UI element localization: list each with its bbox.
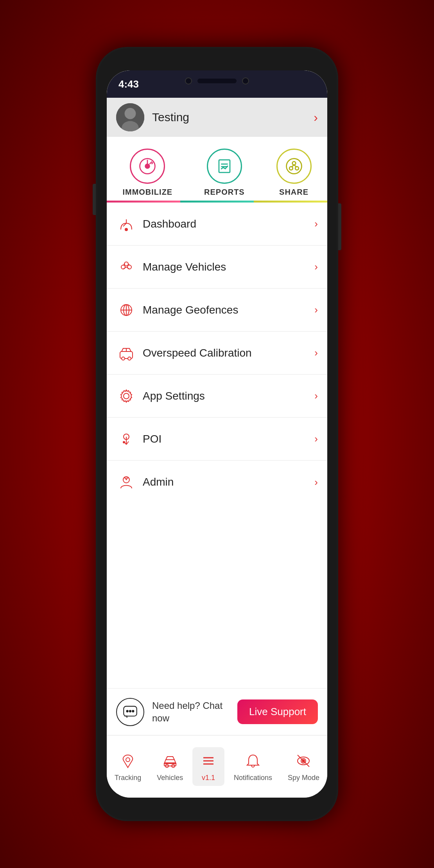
live-support-button[interactable]: Live Support xyxy=(237,699,318,724)
svg-point-31 xyxy=(122,357,125,360)
poi-icon xyxy=(116,429,136,449)
share-circle xyxy=(276,149,312,184)
action-immobilize[interactable]: IMMOBILIZE xyxy=(122,149,172,197)
nav-item-vehicles[interactable]: Vehicles xyxy=(151,747,189,786)
status-time: 4:43 xyxy=(118,78,139,90)
app-settings-icon xyxy=(116,386,136,406)
poi-label: POI xyxy=(143,433,314,445)
chat-help-text: Need help? Chat now xyxy=(152,699,230,724)
nav-item-tracking[interactable]: Tracking xyxy=(108,747,147,786)
svg-marker-41 xyxy=(126,477,127,479)
admin-chevron: › xyxy=(314,476,318,488)
app-settings-label: App Settings xyxy=(143,390,314,402)
svg-point-46 xyxy=(126,758,130,762)
svg-line-23 xyxy=(128,264,129,265)
camera-area xyxy=(185,77,249,84)
action-reports[interactable]: REPORTS xyxy=(204,149,245,197)
svg-point-39 xyxy=(123,441,125,443)
svg-point-11 xyxy=(286,159,301,174)
menu-version-label: v1.1 xyxy=(202,774,215,782)
quick-actions-row: IMMOBILIZE REPORTS xyxy=(107,137,327,201)
svg-point-43 xyxy=(127,710,128,712)
svg-point-44 xyxy=(129,710,131,712)
live-support-bar: Need help? Chat now Live Support xyxy=(107,688,327,735)
menu-item-dashboard[interactable]: Dashboard › xyxy=(107,203,327,246)
svg-point-32 xyxy=(128,357,131,360)
manage-geofences-icon xyxy=(116,300,136,320)
status-bar: 4:43 xyxy=(107,70,327,98)
menu-icon xyxy=(199,751,218,771)
svg-line-16 xyxy=(294,165,296,167)
immobilize-circle xyxy=(130,149,165,184)
svg-point-5 xyxy=(145,164,150,169)
vehicles-icon xyxy=(160,751,180,771)
menu-item-manage-vehicles[interactable]: Manage Vehicles › xyxy=(107,246,327,289)
notifications-label: Notifications xyxy=(234,774,272,782)
manage-vehicles-label: Manage Vehicles xyxy=(143,261,314,273)
camera-dot-2 xyxy=(242,77,249,84)
svg-point-45 xyxy=(132,710,134,712)
menu-item-poi[interactable]: POI › xyxy=(107,418,327,461)
admin-icon xyxy=(116,472,136,492)
svg-point-34 xyxy=(124,393,129,399)
svg-point-12 xyxy=(292,161,296,165)
manage-vehicles-icon xyxy=(116,257,136,277)
reports-circle xyxy=(207,149,242,184)
svg-point-13 xyxy=(289,167,293,170)
menu-item-app-settings[interactable]: App Settings › xyxy=(107,375,327,418)
overspeed-chevron: › xyxy=(314,347,318,359)
action-share[interactable]: SHARE xyxy=(276,149,312,197)
menu-item-admin[interactable]: Admin › xyxy=(107,461,327,504)
overspeed-label: Overspeed Calibration xyxy=(143,347,314,359)
spy-mode-icon xyxy=(294,751,313,771)
svg-point-14 xyxy=(295,167,299,170)
svg-point-1 xyxy=(125,108,136,119)
spy-mode-label: Spy Mode xyxy=(288,774,319,782)
bottom-nav: Tracking Vehicles xyxy=(107,735,327,798)
menu-item-manage-geofences[interactable]: Manage Geofences › xyxy=(107,289,327,332)
tracking-icon xyxy=(118,751,138,771)
manage-geofences-chevron: › xyxy=(314,304,318,316)
overspeed-icon xyxy=(116,343,136,363)
nav-item-menu[interactable]: v1.1 xyxy=(192,747,224,786)
dashboard-icon xyxy=(116,214,136,234)
vehicles-label: Vehicles xyxy=(157,774,183,782)
speaker xyxy=(197,79,237,83)
admin-label: Admin xyxy=(143,476,314,488)
dashboard-label: Dashboard xyxy=(143,218,314,230)
svg-line-15 xyxy=(291,165,294,167)
profile-name: Testing xyxy=(152,111,314,124)
profile-chevron[interactable]: › xyxy=(314,110,318,125)
menu-list: Dashboard › Manage Vehicles xyxy=(107,203,327,688)
camera-dot xyxy=(185,77,192,84)
app-settings-chevron: › xyxy=(314,390,318,402)
svg-point-18 xyxy=(125,228,127,231)
nav-item-spy-mode[interactable]: Spy Mode xyxy=(282,747,326,786)
svg-line-7 xyxy=(152,162,153,164)
manage-vehicles-chevron: › xyxy=(314,261,318,273)
poi-chevron: › xyxy=(314,433,318,445)
dashboard-chevron: › xyxy=(314,218,318,230)
manage-geofences-label: Manage Geofences xyxy=(143,304,314,316)
nav-item-notifications[interactable]: Notifications xyxy=(228,747,278,786)
phone-screen: 4:43 Testing › xyxy=(107,70,327,798)
avatar xyxy=(116,103,144,131)
chat-icon xyxy=(116,698,144,726)
phone-frame: 4:43 Testing › xyxy=(96,47,338,821)
profile-header[interactable]: Testing › xyxy=(107,98,327,137)
notifications-icon xyxy=(243,751,263,771)
reports-label: REPORTS xyxy=(204,188,245,197)
tracking-label: Tracking xyxy=(115,774,141,782)
share-label: SHARE xyxy=(279,188,308,197)
immobilize-label: IMMOBILIZE xyxy=(122,188,172,197)
menu-item-overspeed[interactable]: Overspeed Calibration › xyxy=(107,332,327,375)
